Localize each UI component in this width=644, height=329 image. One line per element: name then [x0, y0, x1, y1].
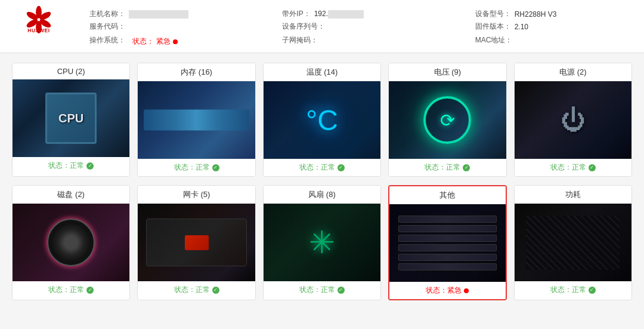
- fan-status-check-icon: ✓: [338, 287, 345, 294]
- temp-status: 状态：正常 ✓: [266, 162, 378, 173]
- fan-icon: ✳: [309, 225, 335, 260]
- card-cpu-footer: 状态：正常 ✓: [13, 157, 129, 174]
- voltage-status: 状态：正常 ✓: [391, 162, 503, 173]
- cards-row-2: 磁盘 (2) 状态：正常 ✓ 网卡 (5) 状态：正常 ✓: [12, 185, 632, 300]
- model-value: RH2288H V3: [515, 10, 557, 19]
- cpu-status: 状态：正常 ✓: [15, 161, 127, 171]
- os-label: 操作系统：: [89, 35, 125, 45]
- os-row: 操作系统： 状态： 紧急: [89, 34, 246, 47]
- server-row-6: [398, 263, 497, 270]
- other-status-dot-icon: [464, 288, 469, 293]
- card-temp-image: °C: [264, 81, 380, 159]
- info-grid: 主机名称： 带外IP： 192. 设备型号： RH2288H V3 服务代码： …: [89, 6, 632, 47]
- server-row-1: [398, 216, 497, 223]
- card-fan-title: 风扇 (8): [264, 186, 380, 204]
- nic-status-check-icon: ✓: [212, 287, 219, 294]
- subnet-row: 子网掩码：: [282, 34, 439, 47]
- disk-icon: [47, 219, 95, 266]
- card-cpu[interactable]: CPU (2) CPU 状态：正常 ✓: [12, 63, 130, 177]
- server-row-2: [398, 225, 497, 232]
- cards-row-1: CPU (2) CPU 状态：正常 ✓ 内存 (16) 状态：正常 ✓: [12, 63, 632, 177]
- mac-row: MAC地址：: [475, 34, 632, 47]
- voltage-status-check-icon: ✓: [463, 164, 470, 171]
- logo-area: HUAWEI: [12, 6, 66, 36]
- server-row-4: [398, 244, 497, 251]
- firmware-value: 2.10: [515, 23, 528, 31]
- card-fan-image: ✳: [264, 204, 380, 281]
- status-row: 状态： 紧急: [132, 36, 178, 47]
- other-status-text: 状态：紧急: [426, 285, 462, 296]
- card-power-image: ⏻: [515, 81, 631, 159]
- nic-icon: [185, 235, 209, 250]
- huawei-logo-icon: HUAWEI: [18, 6, 60, 36]
- hostname-value: [129, 10, 188, 19]
- power2-status-check-icon: ✓: [589, 287, 596, 294]
- power2-status-text: 状态：正常: [550, 285, 586, 295]
- model-label: 设备型号：: [475, 9, 511, 19]
- card-nic-image: [138, 204, 255, 281]
- cpu-status-text: 状态：正常: [48, 161, 84, 171]
- server-row-3: [398, 235, 497, 242]
- card-nic-footer: 状态：正常 ✓: [138, 281, 255, 299]
- card-fan[interactable]: 风扇 (8) ✳ 状态：正常 ✓: [263, 185, 381, 300]
- status-label: 状态：: [132, 36, 154, 47]
- ip-value: 192.: [314, 10, 364, 19]
- temp-status-check-icon: ✓: [338, 164, 345, 171]
- cpu-status-check-icon: ✓: [86, 162, 94, 170]
- status-value: 紧急: [156, 36, 171, 47]
- nic-status-text: 状态：正常: [174, 285, 210, 295]
- card-temp[interactable]: 温度 (14) °C 状态：正常 ✓: [263, 63, 381, 177]
- card-fan-footer: 状态：正常 ✓: [264, 281, 380, 299]
- svg-text:HUAWEI: HUAWEI: [27, 27, 50, 33]
- card-voltage-footer: 状态：正常 ✓: [389, 159, 506, 176]
- card-disk-image: [13, 204, 129, 281]
- disk-status: 状态：正常 ✓: [15, 285, 127, 295]
- card-other[interactable]: 其他 状态：紧急: [388, 185, 506, 300]
- card-memory-image: [138, 81, 255, 159]
- memory-status-text: 状态：正常: [174, 162, 210, 173]
- card-disk[interactable]: 磁盘 (2) 状态：正常 ✓: [12, 185, 130, 300]
- power2-status: 状态：正常 ✓: [517, 285, 629, 295]
- ip-label: 带外IP：: [282, 9, 310, 19]
- card-power2[interactable]: 功耗 状态：正常 ✓: [514, 185, 632, 300]
- card-memory[interactable]: 内存 (16) 状态：正常 ✓: [137, 63, 255, 177]
- voltage-status-text: 状态：正常: [425, 162, 460, 173]
- memory-status-check-icon: ✓: [212, 164, 219, 171]
- card-other-title: 其他: [389, 186, 505, 204]
- firmware-row: 固件版本： 2.10: [475, 21, 632, 32]
- top-bar: HUAWEI 主机名称： 带外IP： 192. 设备型号： RH2288H V3…: [0, 0, 644, 53]
- temp-icon: °C: [306, 104, 338, 137]
- power-status: 状态：正常 ✓: [517, 162, 629, 173]
- card-power2-footer: 状态：正常 ✓: [515, 281, 631, 299]
- card-power2-image: [515, 204, 631, 281]
- card-disk-title: 磁盘 (2): [13, 186, 129, 204]
- card-cpu-title: CPU (2): [13, 63, 129, 79]
- service-code-row: 服务代码：: [89, 21, 246, 32]
- serial-row: 设备序列号：: [282, 21, 439, 32]
- card-other-image: [389, 204, 505, 282]
- disk-status-text: 状态：正常: [48, 285, 84, 295]
- card-power-title: 电源 (2): [515, 63, 631, 81]
- hostname-row: 主机名称：: [89, 9, 246, 19]
- model-row: 设备型号： RH2288H V3: [475, 9, 632, 19]
- power-status-text: 状态：正常: [550, 162, 586, 173]
- subnet-label: 子网掩码：: [282, 35, 318, 45]
- temp-status-text: 状态：正常: [299, 162, 335, 173]
- card-voltage[interactable]: 电压 (9) ⟳ 状态：正常 ✓: [388, 63, 506, 177]
- card-cpu-image: CPU: [13, 79, 129, 157]
- card-memory-footer: 状态：正常 ✓: [138, 159, 255, 176]
- firmware-label: 固件版本：: [475, 21, 511, 32]
- card-power2-title: 功耗: [515, 186, 631, 204]
- fan-status-text: 状态：正常: [299, 285, 335, 295]
- card-nic[interactable]: 网卡 (5) 状态：正常 ✓: [137, 185, 255, 300]
- service-code-label: 服务代码：: [89, 21, 125, 32]
- card-voltage-title: 电压 (9): [389, 63, 506, 81]
- power-status-check-icon: ✓: [589, 164, 596, 171]
- card-nic-title: 网卡 (5): [138, 186, 255, 204]
- circuit-icon: [526, 216, 620, 270]
- server-row-5: [398, 254, 497, 261]
- cpu-label-icon: CPU: [58, 112, 83, 125]
- card-disk-footer: 状态：正常 ✓: [13, 281, 129, 299]
- card-power[interactable]: 电源 (2) ⏻ 状态：正常 ✓: [514, 63, 632, 177]
- card-power-footer: 状态：正常 ✓: [515, 159, 631, 176]
